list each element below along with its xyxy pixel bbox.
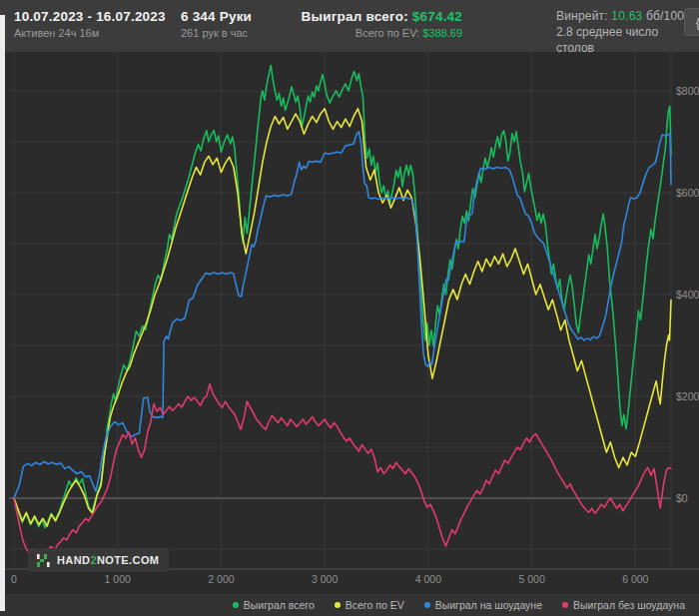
x-tick-label: 0 — [11, 573, 17, 585]
legend-label: Выиграл всего — [244, 599, 315, 611]
won-total-value: $674.42 — [412, 9, 462, 24]
date-range: 10.07.2023 - 16.07.2023 — [14, 8, 166, 25]
x-tick-label: 5 000 — [518, 573, 544, 585]
settings-button[interactable]: { — [684, 8, 699, 36]
avg-tables: 2.8 среднее число столов — [556, 24, 699, 56]
legend-item-showdown[interactable]: Выиграл на шоудауне — [424, 599, 542, 611]
winrate-label: Винрейт: — [556, 9, 611, 23]
ev-total-value: $388.69 — [422, 27, 462, 39]
series-line-1 — [14, 66, 671, 528]
hands-count: 6 344 Руки — [181, 8, 252, 25]
y-tick-label: $0 — [676, 492, 688, 504]
winrate-unit: бб/100 — [642, 9, 684, 23]
won-total-label: Выиграл всего: — [302, 9, 412, 24]
graph-canvas[interactable]: 01 0002 0003 0004 0005 0006 000$0$200$40… — [0, 52, 699, 594]
x-tick-label: 4 000 — [415, 573, 441, 585]
ev-total-label: Всего по EV: — [355, 27, 422, 39]
ev-total-dot-icon — [335, 602, 341, 608]
hand2note-logo[interactable]: HAND2NOTE.COM — [28, 548, 169, 572]
y-tick-label: $600 — [676, 187, 699, 199]
showdown-dot-icon — [424, 602, 430, 608]
ev-total: Всего по EV: $388.69 — [268, 26, 462, 41]
legend-item-ev-total[interactable]: Всего по EV — [335, 599, 404, 611]
x-tick-label: 3 000 — [312, 573, 338, 585]
y-tick-label: $800 — [676, 85, 699, 97]
x-tick-label: 6 000 — [622, 573, 648, 585]
x-tick-label: 1 000 — [105, 573, 131, 585]
hand2note-logo-icon — [36, 553, 51, 568]
won-total: Выиграл всего: $674.42 — [268, 8, 462, 25]
chart-legend: Выиграл всего Всего по EV Выиграл на шоу… — [0, 594, 699, 616]
legend-label: Всего по EV — [346, 599, 404, 611]
legend-item-won-total[interactable]: Выиграл всего — [233, 599, 315, 611]
legend-item-non-showdown[interactable]: Выиграл без шоудауна — [562, 599, 685, 611]
legend-label: Выиграл на шоудауне — [435, 599, 542, 611]
winnings-graph[interactable]: 01 0002 0003 0004 0005 0006 000$0$200$40… — [0, 52, 699, 594]
y-tick-label: $200 — [676, 390, 699, 402]
window-edge — [0, 15, 5, 611]
stats-header: 10.07.2023 - 16.07.2023 Активен 24ч 16м … — [0, 0, 699, 52]
legend-label: Выиграл без шоудауна — [573, 599, 685, 611]
winrate: Винрейт: 10.63 бб/100 — [556, 8, 699, 24]
y-tick-label: $400 — [676, 289, 699, 301]
won-total-dot-icon — [233, 602, 239, 608]
x-tick-label: 2 000 — [208, 573, 234, 585]
non-showdown-dot-icon — [562, 602, 568, 608]
series-line-3 — [14, 132, 671, 498]
hand2note-logo-text: HAND2NOTE.COM — [57, 554, 159, 566]
winrate-value: 10.63 — [611, 9, 642, 23]
hands-per-hour: 261 рук в час — [181, 26, 252, 41]
active-time: Активен 24ч 16м — [14, 26, 166, 41]
